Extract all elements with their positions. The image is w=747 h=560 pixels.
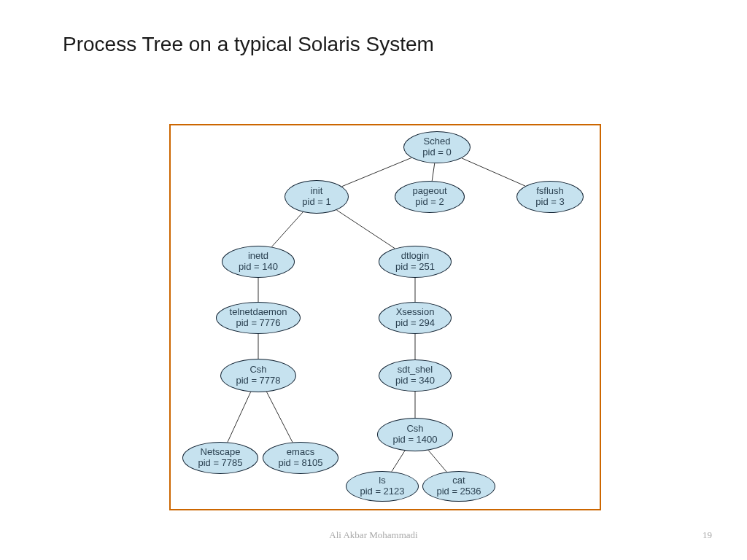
process-name: cat (452, 475, 465, 486)
edge-init-dtlogin (336, 210, 395, 249)
edge-init-inetd (271, 212, 303, 247)
footer-page-number: 19 (703, 529, 712, 541)
edge-sched-init (342, 158, 412, 186)
process-node-csh1: Cshpid = 7778 (220, 359, 296, 392)
edge-sched-fsflush (462, 158, 525, 186)
process-node-sched: Schedpid = 0 (403, 131, 471, 163)
process-node-xsession: Xsessionpid = 294 (379, 302, 452, 334)
edge-csh1-netscape (228, 392, 251, 443)
footer-author: Ali Akbar Mohammadi (0, 529, 747, 541)
process-name: init (311, 186, 323, 197)
process-tree-diagram: Schedpid = 0initpid = 1pageoutpid = 2fsf… (169, 124, 601, 510)
process-name: fsflush (536, 186, 564, 197)
process-node-emacs: emacspid = 8105 (263, 442, 338, 474)
process-pid: pid = 1400 (392, 435, 437, 446)
process-node-csh2: Cshpid = 1400 (377, 418, 453, 451)
process-pid: pid = 140 (239, 262, 278, 273)
process-node-fsflush: fsflushpid = 3 (516, 181, 584, 213)
process-name: Csh (249, 365, 266, 376)
process-pid: pid = 0 (422, 147, 451, 158)
process-pid: pid = 294 (395, 318, 435, 329)
process-node-inetd: inetdpid = 140 (222, 246, 295, 278)
process-pid: pid = 8105 (278, 458, 322, 469)
process-name: Sched (424, 136, 451, 147)
edge-sched-pageout (432, 163, 435, 181)
process-node-telnetdaemon: telnetdaemonpid = 7776 (216, 302, 301, 334)
slide-title: Process Tree on a typical Solaris System (63, 33, 434, 56)
process-name: inetd (248, 251, 268, 262)
process-name: sdt_shel (398, 365, 433, 376)
edge-csh1-emacs (267, 392, 293, 442)
process-node-ls: lspid = 2123 (346, 471, 419, 502)
process-name: emacs (287, 447, 314, 458)
process-pid: pid = 3 (535, 197, 564, 208)
process-name: ls (379, 475, 385, 486)
process-name: dtlogin (401, 251, 429, 262)
process-name: pageout (413, 186, 447, 197)
process-node-sdtshel: sdt_shelpid = 340 (379, 359, 452, 392)
process-pid: pid = 1 (302, 197, 330, 208)
process-node-cat: catpid = 2536 (422, 471, 495, 502)
edge-csh2-ls (392, 451, 405, 472)
process-pid: pid = 251 (395, 262, 435, 273)
process-node-dtlogin: dtloginpid = 251 (379, 246, 452, 278)
process-pid: pid = 2536 (436, 486, 481, 497)
process-pid: pid = 7776 (236, 318, 280, 329)
process-name: Csh (406, 424, 423, 435)
process-name: Xsession (396, 307, 435, 318)
process-node-netscape: Netscapepid = 7785 (182, 442, 258, 474)
edge-csh2-cat (428, 451, 446, 472)
process-pid: pid = 7778 (236, 376, 280, 386)
process-pid: pid = 7785 (198, 458, 242, 469)
process-name: telnetdaemon (230, 307, 287, 318)
process-node-init: initpid = 1 (285, 180, 349, 214)
process-pid: pid = 2 (415, 197, 444, 208)
process-pid: pid = 340 (395, 376, 435, 386)
process-name: Netscape (201, 447, 241, 458)
process-node-pageout: pageoutpid = 2 (395, 181, 465, 213)
process-pid: pid = 2123 (360, 486, 404, 497)
